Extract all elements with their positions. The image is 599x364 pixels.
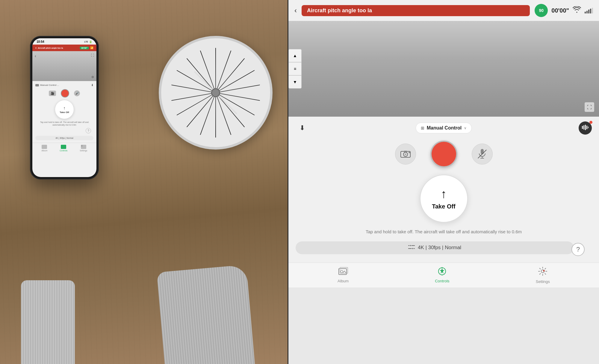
phone-takeoff-btn[interactable]: ↑ Take Off <box>55 100 74 119</box>
phone-screen: 10:54 LTE 🔋 ‹ Aircraft pitch angle too l… <box>32 38 96 177</box>
mode-selector[interactable]: ⊞ Manual Control ∨ <box>416 123 472 133</box>
alert-banner: Aircraft pitch angle too la <box>302 5 530 16</box>
phone-quality-bar[interactable]: 4K | 30fps | Normal <box>35 136 93 140</box>
phone-record-row: 🎥 🎤 <box>35 89 93 98</box>
phone-nav-settings[interactable]: ⚙ Settings <box>80 145 87 152</box>
app-header: ‹ Aircraft pitch angle too la 90 00'00" <box>288 0 599 21</box>
svg-rect-8 <box>409 152 410 153</box>
mode-chevron-icon: ∨ <box>464 126 467 130</box>
phone-download-icon: ⬇ <box>91 83 93 87</box>
phone-nav-controls[interactable]: ✈ Controls <box>60 145 67 152</box>
phone-battery-icon: 🔋 <box>89 40 92 43</box>
phone-nav-album[interactable]: Album <box>41 145 47 152</box>
takeoff-button[interactable]: ↑ Take Off <box>420 175 468 223</box>
phone-mic-btn[interactable]: 🎤 <box>74 90 80 96</box>
fullscreen-btn[interactable] <box>585 102 594 112</box>
quality-settings-btn[interactable]: 4K | 30fps | Normal <box>296 241 574 254</box>
bar-2 <box>586 11 588 13</box>
controls-panel: ⬇ ⊞ Manual Control ∨ <box>288 117 599 263</box>
phone-body: 10:54 LTE 🔋 ‹ Aircraft pitch angle too l… <box>30 36 99 179</box>
phone-help-btn[interactable]: ? <box>86 128 91 133</box>
nav-album[interactable]: Album <box>338 267 349 283</box>
download-btn[interactable]: ⬇ <box>296 121 309 135</box>
blade-12 <box>187 92 216 127</box>
album-icon <box>338 267 348 278</box>
flight-time: 00'00" <box>551 7 569 14</box>
camera-switch-btn[interactable] <box>395 144 416 165</box>
phone-fullscreen: ⛶ <box>91 54 94 57</box>
phone-bottom-nav: Album ✈ Controls ⚙ Settings <box>32 143 96 153</box>
svg-rect-3 <box>586 126 587 129</box>
phone-quality-text: 4K | 30fps | Normal <box>55 137 73 139</box>
phone-mockup: 10:54 LTE 🔋 ‹ Aircraft pitch angle too l… <box>30 36 99 179</box>
phone-cam-btn[interactable]: 🎥 <box>49 91 56 96</box>
blade-2 <box>215 51 231 93</box>
phone-alert-text: Aircraft pitch angle too la <box>38 47 80 49</box>
bottom-nav: Album Controls S <box>288 263 599 287</box>
quality-text: 4K | 30fps | Normal <box>418 245 461 251</box>
sidebar-menu-btn[interactable]: ≡ <box>288 62 302 75</box>
download-arrow-icon: ⬇ <box>300 124 305 132</box>
controls-label: Controls <box>435 279 449 283</box>
phone-mode-icon <box>35 84 39 86</box>
nav-settings[interactable]: Settings <box>536 266 550 284</box>
phone-record-btn[interactable] <box>61 89 69 98</box>
phone-lte-icon: LTE <box>84 41 88 43</box>
blade-18 <box>200 51 216 93</box>
quality-row: 4K | 30fps | Normal ? <box>296 241 592 258</box>
phone-alert-bar: ‹ Aircraft pitch angle too la 00'00" 📶 <box>32 45 96 51</box>
drone-fan <box>159 36 279 156</box>
blade-1 <box>215 48 216 93</box>
quality-sliders-icon <box>408 244 415 251</box>
signal-group: 90 00'00" <box>535 4 593 17</box>
phone-back-icon: ‹ <box>35 46 37 50</box>
controls-top-bar: ⬇ ⊞ Manual Control ∨ <box>296 121 592 135</box>
takeoff-hint: Tap and hold to take off. The aircraft w… <box>366 229 522 235</box>
record-button[interactable] <box>430 141 457 167</box>
blade-11 <box>200 93 216 135</box>
phone-status-icons: LTE 🔋 <box>84 40 92 43</box>
fan-hub <box>211 88 220 97</box>
svg-rect-4 <box>588 127 589 128</box>
phone-album-label: Album <box>41 150 47 152</box>
svg-point-19 <box>341 270 343 273</box>
sidebar-up-btn[interactable]: ▲ <box>288 49 302 62</box>
phone-album-icon <box>42 145 47 149</box>
left-panel: 10:54 LTE 🔋 ‹ Aircraft pitch angle too l… <box>0 0 288 364</box>
phone-controls-label: Controls <box>60 150 67 152</box>
audio-waves-icon <box>582 125 589 132</box>
svg-rect-1 <box>583 125 584 130</box>
phone-wifi-icon: 📶 <box>90 46 93 49</box>
bar-3 <box>588 10 589 13</box>
phone-status-bar: 10:54 LTE 🔋 <box>32 38 96 45</box>
help-button[interactable]: ? <box>571 243 585 256</box>
audio-btn[interactable] <box>579 121 592 135</box>
takeoff-section: ↑ Take Off Tap and hold to take off. The… <box>296 175 592 235</box>
settings-label: Settings <box>536 279 550 284</box>
album-label: Album <box>338 279 349 283</box>
svg-rect-7 <box>404 151 407 152</box>
svg-rect-2 <box>585 125 586 130</box>
phone-time-badge: 00'00" <box>80 47 89 49</box>
svg-rect-0 <box>582 126 583 129</box>
phone-mode-bar: Manual Control ... ⬇ <box>35 83 93 87</box>
phone-camera-preview: ‹ ⛶ ⚙ <box>32 51 96 81</box>
record-row <box>296 141 592 167</box>
phone-time: 10:54 <box>37 40 44 43</box>
mode-text: Manual Control <box>427 125 462 131</box>
left-arm-sleeve <box>21 280 75 364</box>
bar-4 <box>590 9 591 13</box>
phone-hint: Tap and hold to take off. The aircraft w… <box>35 121 93 126</box>
blade-3 <box>215 58 245 93</box>
nav-controls[interactable]: Controls <box>435 267 449 283</box>
mic-button[interactable] <box>472 144 493 165</box>
blade-10 <box>215 93 216 138</box>
bar-5 <box>592 8 593 13</box>
phone-settings-label: Settings <box>80 150 87 152</box>
phone-takeoff-label: Take Off <box>60 111 69 114</box>
header-back-btn[interactable]: ‹ <box>294 6 297 15</box>
svg-point-14 <box>409 245 411 246</box>
sidebar-down-btn[interactable]: ▼ <box>288 75 302 89</box>
takeoff-label: Take Off <box>432 203 456 210</box>
bar-1 <box>585 12 586 13</box>
